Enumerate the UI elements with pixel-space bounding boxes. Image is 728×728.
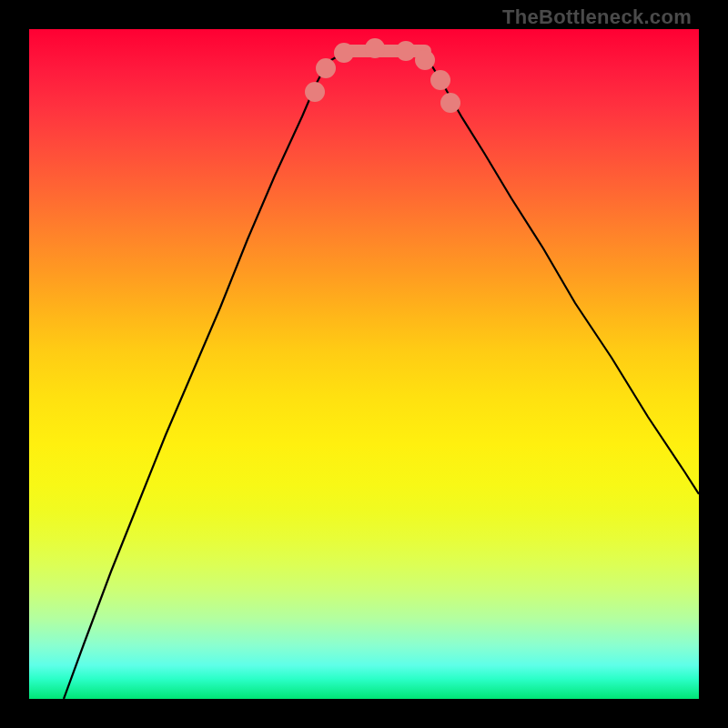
curve-right-branch	[430, 62, 699, 494]
marker-point	[415, 50, 435, 70]
attribution-text: TheBottleneck.com	[502, 5, 692, 29]
plot-area	[29, 29, 699, 699]
marker-group	[305, 38, 460, 113]
chart-svg	[29, 29, 699, 699]
marker-point	[316, 58, 336, 78]
marker-point	[440, 93, 460, 113]
marker-point	[365, 38, 385, 58]
marker-point	[334, 43, 354, 63]
chart-frame: TheBottleneck.com	[0, 0, 728, 728]
curve-left-branch	[64, 62, 328, 699]
marker-point	[305, 82, 325, 102]
marker-point	[430, 70, 450, 90]
marker-point	[396, 41, 416, 61]
